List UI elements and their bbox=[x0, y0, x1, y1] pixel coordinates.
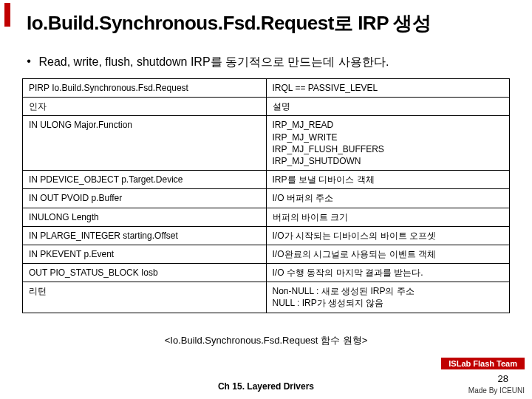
cell-right: 설명 bbox=[266, 98, 510, 116]
cell-left: IN ULONG Major.Function bbox=[23, 116, 267, 171]
accent-bar bbox=[4, 3, 10, 27]
cell-left: OUT PIO_STATUS_BLOCK Iosb bbox=[23, 264, 267, 282]
cell-left: 인자 bbox=[23, 98, 267, 116]
made-by: Made By ICEUNI bbox=[468, 386, 525, 395]
table-row: IN PLARGE_INTEGER starting.Offset I/O가 시… bbox=[23, 226, 510, 245]
cell-left: IN PKEVENT p.Event bbox=[23, 245, 267, 263]
cell-right: IRQL == PASSIVE_LEVEL bbox=[266, 79, 510, 98]
slide-title: Io.Build.Synchronous.Fsd.Request로 IRP 생성 bbox=[27, 10, 431, 36]
cell-right: Non-NULL : 새로 생성된 IRP의 주소 NULL : IRP가 생성… bbox=[266, 282, 510, 313]
bullet-text: Read, write, flush, shutdown IRP를 동기적으로 … bbox=[38, 55, 389, 68]
chapter-label: Ch 15. Layered Drivers bbox=[0, 381, 532, 392]
cell-left: INULONG Length bbox=[23, 208, 267, 226]
team-badge: ISLab Flash Team bbox=[441, 358, 525, 369]
cell-left: 리턴 bbox=[23, 282, 267, 313]
cell-right: IRP를 보낼 디바이스 객체 bbox=[266, 171, 510, 189]
table-row: 인자 설명 bbox=[23, 98, 510, 116]
cell-right: I/O 수행 동작의 마지막 결과를 받는다. bbox=[266, 264, 510, 282]
cell-right: 버퍼의 바이트 크기 bbox=[266, 208, 510, 226]
table-row: IN PKEVENT p.Event I/O완료의 시그널로 사용되는 이벤트 … bbox=[23, 245, 510, 263]
table-row: IN OUT PVOID p.Buffer I/O 버퍼의 주소 bbox=[23, 189, 510, 208]
cell-left: IN PDEVICE_OBJECT p.Target.Device bbox=[23, 171, 267, 189]
params-table: PIRP Io.Build.Synchronous.Fsd.Request IR… bbox=[22, 78, 510, 313]
cell-right: IRP_MJ_READ IRP_MJ_WRITE IRP_MJ_FLUSH_BU… bbox=[266, 116, 510, 171]
bullet-dot: • bbox=[22, 55, 35, 68]
table-row: PIRP Io.Build.Synchronous.Fsd.Request IR… bbox=[23, 79, 510, 98]
cell-right: I/O 버퍼의 주소 bbox=[266, 189, 510, 208]
page-number: 28 bbox=[498, 373, 508, 384]
table-row: IN ULONG Major.Function IRP_MJ_READ IRP_… bbox=[23, 116, 510, 171]
bullet-line: • Read, write, flush, shutdown IRP를 동기적으… bbox=[22, 55, 389, 70]
cell-right: I/O완료의 시그널로 사용되는 이벤트 객체 bbox=[266, 245, 510, 263]
cell-left: PIRP Io.Build.Synchronous.Fsd.Request bbox=[23, 79, 267, 98]
table-row: 리턴 Non-NULL : 새로 생성된 IRP의 주소 NULL : IRP가… bbox=[23, 282, 510, 313]
table-row: IN PDEVICE_OBJECT p.Target.Device IRP를 보… bbox=[23, 171, 510, 189]
cell-right: I/O가 시작되는 디바이스의 바이트 오프셋 bbox=[266, 226, 510, 245]
table-row: OUT PIO_STATUS_BLOCK Iosb I/O 수행 동작의 마지막… bbox=[23, 264, 510, 282]
table-row: INULONG Length 버퍼의 바이트 크기 bbox=[23, 208, 510, 226]
table-caption: <Io.Build.Synchronous.Fsd.Request 함수 원형> bbox=[0, 334, 532, 347]
cell-left: IN PLARGE_INTEGER starting.Offset bbox=[23, 226, 267, 245]
cell-left: IN OUT PVOID p.Buffer bbox=[23, 189, 267, 208]
